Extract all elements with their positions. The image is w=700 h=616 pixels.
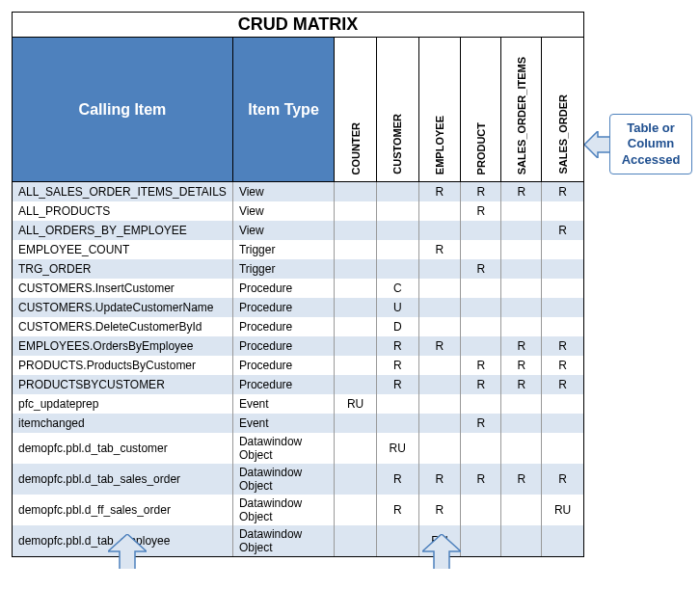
cell-item-type: View xyxy=(232,201,334,221)
col-sales-order-items: SALES_ORDER_ITEMS xyxy=(501,38,542,182)
cell-access xyxy=(501,495,542,525)
svg-marker-2 xyxy=(422,534,461,569)
table-row: demopfc.pbl.d_tab_employeeDatawindow Obj… xyxy=(13,525,584,557)
cell-access: RU xyxy=(542,495,584,525)
cell-item-type: Procedure xyxy=(232,317,334,336)
cell-access xyxy=(418,259,461,279)
cell-access: R xyxy=(418,464,461,495)
cell-access xyxy=(418,433,461,464)
cell-access xyxy=(335,414,377,433)
cell-access xyxy=(335,279,377,298)
svg-marker-1 xyxy=(108,534,147,569)
table-row: CUSTOMERS.InsertCustomerProcedureC xyxy=(13,279,584,298)
cell-item-type: Procedure xyxy=(232,336,334,356)
cell-access xyxy=(376,525,418,557)
callout-table-column: Table or Column Accessed xyxy=(609,114,692,174)
header-calling-item: Calling Item xyxy=(13,38,233,182)
cell-access: R xyxy=(501,356,542,375)
cell-access: R xyxy=(542,336,584,356)
cell-calling-item: ALL_ORDERS_BY_EMPLOYEE xyxy=(13,221,233,240)
cell-access xyxy=(418,356,461,375)
cell-item-type: Datawindow Object xyxy=(232,525,334,557)
cell-access: R xyxy=(418,240,461,259)
cell-access xyxy=(542,240,584,259)
cell-access xyxy=(335,464,377,495)
table-row: EMPLOYEE_COUNTTriggerR xyxy=(13,240,584,259)
cell-access: R xyxy=(461,201,501,221)
cell-access xyxy=(461,298,501,317)
table-row: demopfc.pbl.d_tab_customerDatawindow Obj… xyxy=(13,433,584,464)
cell-access xyxy=(418,201,461,221)
cell-access: R xyxy=(542,375,584,394)
cell-access xyxy=(335,433,377,464)
cell-item-type: Event xyxy=(232,394,334,414)
cell-access: R xyxy=(461,375,501,394)
cell-access xyxy=(501,279,542,298)
cell-calling-item: EMPLOYEES.OrdersByEmployee xyxy=(13,336,233,356)
cell-access xyxy=(461,394,501,414)
cell-calling-item: itemchanged xyxy=(13,414,233,433)
cell-access xyxy=(501,259,542,279)
cell-calling-item: demopfc.pbl.d_ff_sales_order xyxy=(13,495,233,525)
cell-access xyxy=(335,298,377,317)
cell-calling-item: PRODUCTSBYCUSTOMER xyxy=(13,375,233,394)
cell-access: U xyxy=(376,298,418,317)
arrow-left-icon xyxy=(108,534,147,569)
cell-access xyxy=(376,182,418,201)
cell-access xyxy=(335,201,377,221)
cell-access xyxy=(418,221,461,240)
col-customer: CUSTOMER xyxy=(376,38,418,182)
cell-access: R xyxy=(376,495,418,525)
cell-access xyxy=(461,336,501,356)
cell-access xyxy=(376,201,418,221)
cell-calling-item: CUSTOMERS.UpdateCustomerName xyxy=(13,298,233,317)
cell-access xyxy=(335,525,377,557)
table-row: TRG_ORDERTriggerR xyxy=(13,259,584,279)
cell-access: RU xyxy=(376,433,418,464)
table-row: ALL_PRODUCTSViewR xyxy=(13,201,584,221)
arrow-right-icon xyxy=(584,131,611,158)
cell-access xyxy=(335,259,377,279)
cell-calling-item: ALL_SALES_ORDER_ITEMS_DETAILS xyxy=(13,182,233,201)
cell-access xyxy=(335,375,377,394)
col-employee: EMPLOYEE xyxy=(418,38,461,182)
cell-access xyxy=(501,433,542,464)
cell-access xyxy=(335,356,377,375)
table-row: demopfc.pbl.d_ff_sales_orderDatawindow O… xyxy=(13,495,584,525)
cell-access: R xyxy=(501,375,542,394)
cell-access: R xyxy=(418,182,461,201)
cell-access: R xyxy=(461,414,501,433)
cell-access xyxy=(335,221,377,240)
cell-access xyxy=(501,221,542,240)
cell-access: RU xyxy=(335,394,377,414)
cell-access xyxy=(335,336,377,356)
cell-calling-item: CUSTOMERS.DeleteCustomerById xyxy=(13,317,233,336)
cell-access xyxy=(501,240,542,259)
crud-matrix-table: CRUD MATRIX Calling Item Item Type COUNT… xyxy=(12,12,584,557)
cell-item-type: Datawindow Object xyxy=(232,464,334,495)
cell-access xyxy=(376,259,418,279)
cell-access: R xyxy=(461,259,501,279)
table-row: pfc_updateprepEventRU xyxy=(13,394,584,414)
cell-access xyxy=(335,495,377,525)
svg-marker-0 xyxy=(584,131,611,158)
cell-item-type: Procedure xyxy=(232,298,334,317)
cell-access: R xyxy=(418,336,461,356)
cell-access xyxy=(542,317,584,336)
cell-calling-item: demopfc.pbl.d_tab_sales_order xyxy=(13,464,233,495)
cell-calling-item: demopfc.pbl.d_tab_customer xyxy=(13,433,233,464)
cell-calling-item: EMPLOYEE_COUNT xyxy=(13,240,233,259)
cell-access xyxy=(335,317,377,336)
cell-item-type: Datawindow Object xyxy=(232,495,334,525)
cell-access: R xyxy=(542,221,584,240)
cell-access xyxy=(542,525,584,557)
cell-access: R xyxy=(461,182,501,201)
cell-access xyxy=(542,279,584,298)
cell-item-type: Procedure xyxy=(232,375,334,394)
cell-access: C xyxy=(376,279,418,298)
cell-calling-item: pfc_updateprep xyxy=(13,394,233,414)
cell-access xyxy=(418,394,461,414)
cell-item-type: Datawindow Object xyxy=(232,433,334,464)
cell-calling-item: PRODUCTS.ProductsByCustomer xyxy=(13,356,233,375)
col-product: PRODUCT xyxy=(461,38,501,182)
